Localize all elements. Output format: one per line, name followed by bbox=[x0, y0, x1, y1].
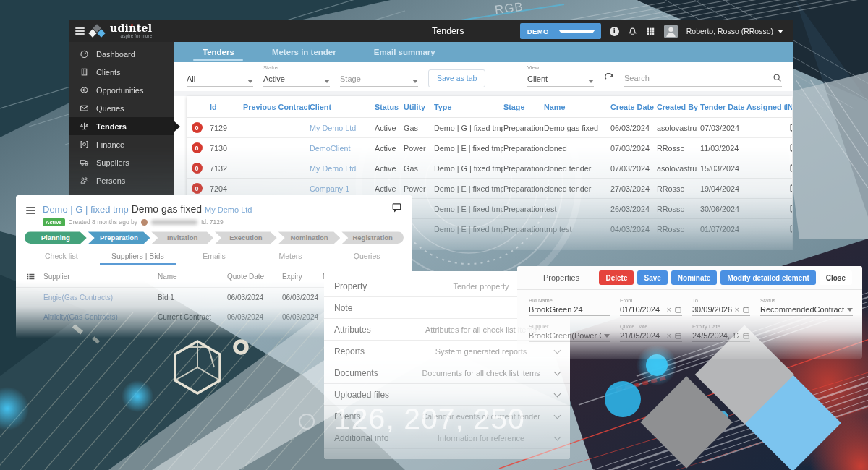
dropdown-caret-icon[interactable] bbox=[604, 334, 610, 338]
info-icon[interactable]: i bbox=[610, 27, 619, 36]
column-header-client[interactable]: Client bbox=[310, 103, 375, 111]
client-link[interactable]: DemoClient bbox=[310, 144, 375, 153]
clear-icon[interactable]: × bbox=[667, 306, 671, 314]
calendar-icon[interactable] bbox=[674, 332, 682, 340]
calendar-icon[interactable] bbox=[742, 306, 750, 314]
bids-column-quote-date[interactable]: Quote Date bbox=[227, 273, 282, 281]
search-input[interactable] bbox=[624, 74, 768, 82]
column-header-create-date[interactable]: Create Date bbox=[610, 103, 657, 111]
column-header-stage[interactable]: Stage bbox=[503, 103, 544, 111]
client-link[interactable]: My Demo Ltd bbox=[310, 124, 375, 132]
field-expiry-date[interactable]: Expiry Date24/5/2024, 12:43:45 bbox=[692, 323, 750, 342]
user-menu[interactable]: Roberto, Rosso (RRosso) bbox=[686, 27, 783, 35]
open-info-button[interactable] bbox=[786, 224, 792, 234]
open-info-button[interactable] bbox=[786, 204, 792, 213]
bell-icon[interactable] bbox=[628, 27, 637, 36]
bids-column-expiry[interactable]: Expiry bbox=[282, 273, 323, 281]
tender-tab-check-list[interactable]: Check list bbox=[23, 248, 100, 265]
modify-detailed-element-button[interactable]: Modify detailed element bbox=[720, 270, 815, 285]
tender-tab-emails[interactable]: Emails bbox=[176, 248, 252, 265]
sidebar-item-persons[interactable]: Persons bbox=[69, 171, 174, 189]
status-filter-select[interactable]: Status Active bbox=[263, 69, 330, 87]
tab-meters-in-tender[interactable]: Meters in tender bbox=[253, 42, 355, 62]
chevron-down-icon[interactable] bbox=[547, 437, 560, 440]
search-icon[interactable] bbox=[773, 73, 782, 82]
stage-preparation[interactable]: Preparation bbox=[88, 231, 150, 244]
dropdown-caret-icon[interactable] bbox=[847, 308, 853, 312]
checklist-row-uploaded-files[interactable]: Uploaded files bbox=[324, 384, 570, 406]
tender-tab-meters[interactable]: Meters bbox=[252, 248, 329, 265]
checklist-row-documents[interactable]: DocumentsDocuments for all check list it… bbox=[324, 362, 570, 384]
close-button[interactable]: Close bbox=[820, 270, 852, 285]
menu-hamburger-icon[interactable] bbox=[75, 26, 85, 36]
stage-planning[interactable]: Planning bbox=[25, 231, 87, 244]
calendar-icon[interactable] bbox=[742, 332, 750, 340]
open-info-button[interactable] bbox=[786, 143, 792, 153]
search-field[interactable] bbox=[624, 69, 782, 87]
checklist-row-additional-info[interactable]: Additional infoInformation for reference bbox=[324, 427, 570, 449]
comment-icon[interactable] bbox=[391, 202, 402, 213]
field-quote-date[interactable]: Quote Date21/05/2024× bbox=[620, 323, 682, 342]
chevron-down-icon[interactable] bbox=[547, 415, 560, 418]
table-row[interactable]: 07132My Demo LtdActiveGasDemo | G | fixe… bbox=[187, 158, 792, 179]
table-row[interactable]: 07129My Demo LtdActiveGasDemo | G | fixe… bbox=[187, 118, 792, 138]
tender-tab-queries[interactable]: Queries bbox=[328, 248, 405, 265]
stage-execution[interactable]: Execution bbox=[215, 231, 277, 244]
nominate-button[interactable]: Nominate bbox=[671, 270, 718, 285]
open-info-button[interactable] bbox=[786, 163, 792, 173]
field-status[interactable]: StatusRecommendedContract bbox=[760, 297, 853, 316]
tender-tab-suppliers-bids[interactable]: Suppliers | Bids bbox=[100, 248, 176, 265]
column-header-name[interactable]: Name bbox=[544, 103, 610, 111]
column-header-type[interactable]: Type bbox=[434, 103, 503, 111]
environment-selector[interactable]: DEMO bbox=[520, 23, 601, 39]
refresh-icon[interactable] bbox=[604, 73, 614, 83]
clear-icon[interactable]: × bbox=[735, 306, 739, 314]
column-header-utility[interactable]: Utility bbox=[404, 103, 434, 111]
sidebar-item-dashboard[interactable]: Dashboard bbox=[69, 45, 174, 63]
view-select[interactable]: View Client bbox=[527, 69, 594, 87]
open-info-button[interactable] bbox=[786, 123, 792, 132]
open-info-button[interactable] bbox=[786, 184, 792, 193]
field-supplier[interactable]: SupplierBrookGreen(Power C bbox=[529, 323, 610, 342]
field-bid-name[interactable]: Bid NameBrookGreen 24 bbox=[529, 297, 610, 316]
sidebar-item-tenders[interactable]: Tenders bbox=[69, 117, 174, 135]
save-button[interactable]: Save bbox=[637, 270, 667, 285]
column-header-previous-contract[interactable]: Previous Contract bbox=[243, 103, 310, 111]
column-header-assigned-to[interactable]: Assigned to bbox=[746, 103, 786, 111]
stage-filter-select[interactable]: Stage bbox=[340, 69, 418, 87]
bids-column-name[interactable]: Name bbox=[158, 273, 227, 281]
field-to[interactable]: To30/09/2026× bbox=[692, 297, 750, 316]
sidebar-item-queries[interactable]: Queries bbox=[69, 99, 174, 117]
calendar-icon[interactable] bbox=[674, 306, 682, 314]
list-icon[interactable] bbox=[26, 272, 43, 281]
clear-icon[interactable]: × bbox=[667, 332, 671, 340]
tender-client-link[interactable]: My Demo Ltd bbox=[205, 205, 252, 214]
tab-filter-select[interactable]: All bbox=[187, 69, 253, 87]
save-as-tab-button[interactable]: Save as tab bbox=[428, 69, 485, 87]
sidebar-item-suppliers[interactable]: Suppliers bbox=[69, 153, 174, 171]
bid-supplier-link[interactable]: Altricity(Gas Contracts) bbox=[43, 313, 158, 321]
table-row[interactable]: 07130DemoClientActivePowerDemo | E | fix… bbox=[187, 138, 792, 158]
field-from[interactable]: From01/10/2024× bbox=[620, 297, 682, 316]
stage-nomination[interactable]: Nomination bbox=[278, 231, 341, 244]
tender-menu-icon[interactable] bbox=[26, 205, 35, 215]
sidebar-item-opportunities[interactable]: Opportunities bbox=[69, 81, 174, 99]
sidebar-item-clients[interactable]: Clients bbox=[69, 63, 174, 81]
chevron-down-icon[interactable] bbox=[547, 372, 560, 375]
column-header-id[interactable]: Id bbox=[210, 103, 243, 111]
column-header-created-by[interactable]: Created By bbox=[657, 103, 700, 111]
tab-tenders[interactable]: Tenders bbox=[184, 42, 253, 62]
chevron-down-icon[interactable] bbox=[547, 393, 560, 396]
user-avatar[interactable] bbox=[664, 25, 678, 38]
bid-supplier-link[interactable]: Engie(Gas Contracts) bbox=[43, 294, 158, 302]
stage-registration[interactable]: Registration bbox=[341, 231, 404, 244]
client-link[interactable]: My Demo Ltd bbox=[310, 164, 375, 173]
apps-grid-icon[interactable] bbox=[646, 27, 655, 36]
column-header-tender-date[interactable]: Tender Date bbox=[700, 103, 746, 111]
column-header-info[interactable]: INFO bbox=[786, 103, 792, 111]
column-header-status[interactable]: Status bbox=[375, 103, 404, 111]
client-link[interactable]: Company 1 bbox=[310, 184, 375, 193]
stage-invitation[interactable]: Invitation bbox=[151, 231, 213, 244]
bids-column-supplier[interactable]: Supplier bbox=[43, 273, 158, 281]
delete-button[interactable]: Delete bbox=[599, 270, 634, 285]
